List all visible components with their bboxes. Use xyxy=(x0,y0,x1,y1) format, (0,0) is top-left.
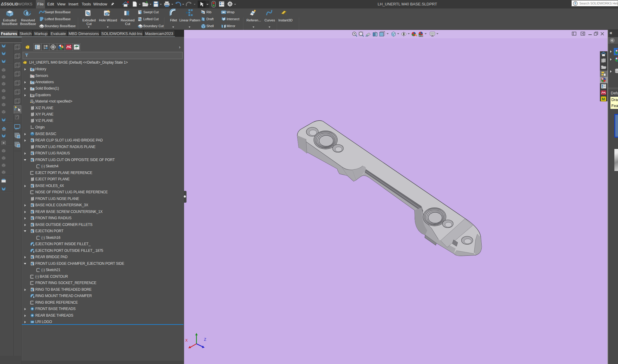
svg-text:Z: Z xyxy=(204,337,206,342)
svg-text:X: X xyxy=(185,338,188,343)
svg-text:M: M xyxy=(602,97,605,102)
